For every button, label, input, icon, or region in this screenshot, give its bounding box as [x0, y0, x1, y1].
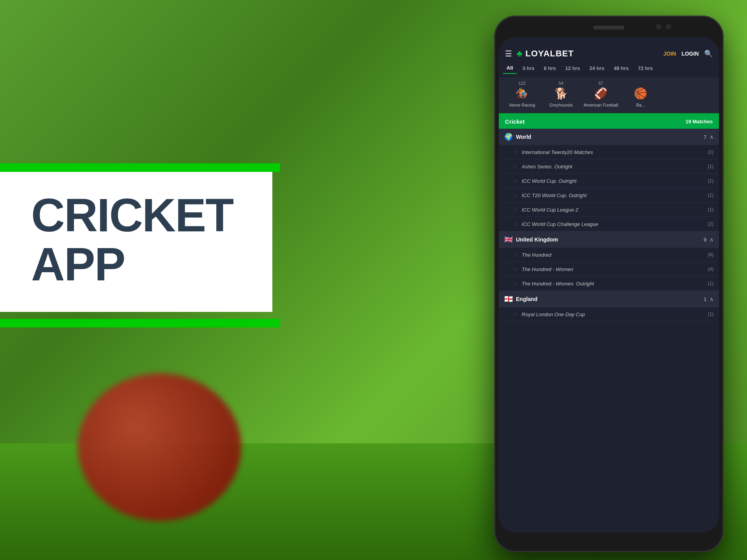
- comp-the-hundred-women-outright-count: (1): [708, 281, 714, 286]
- comp-icc-t20[interactable]: ☆ ICC T20 World Cup. Outright (1): [499, 188, 719, 203]
- cricket-ball-decoration: [78, 373, 241, 521]
- comp-int-t20-left: ☆ International Twenty20 Matches: [513, 149, 593, 155]
- comp-icc-challenge-name: ICC World Cup Challenge League: [522, 221, 598, 227]
- star-icon[interactable]: ☆: [513, 311, 518, 317]
- comp-the-hundred-women-outright-name: The Hundred - Women. Outright: [522, 281, 594, 287]
- region-world-left: 🌍 World: [504, 133, 531, 141]
- england-region-name: England: [516, 296, 537, 302]
- join-button[interactable]: JOIN: [663, 51, 676, 57]
- american-football-icon: 🏈: [594, 87, 608, 100]
- star-icon[interactable]: ☆: [513, 192, 518, 198]
- tab-72hrs[interactable]: 72 hrs: [634, 63, 657, 74]
- basketball-label: Ba...: [636, 102, 645, 108]
- sport-item-horse-racing[interactable]: 122 🏇 Horse Racing: [503, 81, 542, 108]
- basketball-icon: 🏀: [634, 87, 647, 100]
- comp-the-hundred-women-name: The Hundred - Women: [522, 266, 573, 272]
- comp-the-hundred-name: The Hundred: [522, 252, 551, 258]
- england-chevron-icon: ∧: [710, 296, 714, 302]
- logo-container: ♣ LOYALBET: [517, 49, 574, 59]
- star-icon[interactable]: ☆: [513, 206, 518, 213]
- sports-list: 🌍 World 7 ∧ ☆ International Twenty20 Mat…: [499, 129, 719, 533]
- comp-the-hundred[interactable]: ☆ The Hundred (4): [499, 248, 719, 262]
- uk-count: 9: [704, 237, 707, 243]
- comp-the-hundred-women-outright[interactable]: ☆ The Hundred - Women. Outright (1): [499, 276, 719, 291]
- horse-racing-icon: 🏇: [516, 87, 529, 100]
- greyhounds-icon: 🐕: [554, 87, 568, 100]
- comp-icc-wc-left: ☆ ICC World Cup. Outright: [513, 178, 577, 184]
- star-icon[interactable]: ☆: [513, 149, 518, 155]
- horse-racing-label: Horse Racing: [509, 102, 535, 108]
- horse-racing-count: 122: [519, 81, 526, 86]
- tab-6hrs[interactable]: 6 hrs: [540, 63, 560, 74]
- american-football-count: 67: [598, 81, 603, 86]
- green-accent-bottom: [0, 319, 280, 327]
- tab-3hrs[interactable]: 3 hrs: [519, 63, 538, 74]
- comp-icc-challenge-count: (2): [708, 221, 714, 227]
- star-icon[interactable]: ☆: [513, 221, 518, 227]
- comp-icc-league2[interactable]: ☆ ICC World Cup League 2 (1): [499, 203, 719, 217]
- sport-item-american-football[interactable]: 67 🏈 American Football: [580, 81, 621, 108]
- comp-icc-t20-count: (1): [708, 192, 714, 198]
- greyhounds-label: Greyhounds: [549, 102, 573, 108]
- comp-ashes-left: ☆ Ashes Series. Outright: [513, 163, 572, 170]
- comp-the-hundred-women[interactable]: ☆ The Hundred - Women (4): [499, 262, 719, 276]
- tab-24hrs[interactable]: 24 hrs: [586, 63, 608, 74]
- phone-screen: ☰ ♣ LOYALBET JOIN LOGIN 🔍 All: [499, 37, 719, 533]
- star-icon[interactable]: ☆: [513, 178, 518, 184]
- world-count: 7: [704, 134, 707, 140]
- comp-the-hundred-count: (4): [708, 252, 714, 257]
- comp-int-t20-name: International Twenty20 Matches: [522, 149, 593, 155]
- star-icon[interactable]: ☆: [513, 280, 518, 287]
- tab-all[interactable]: All: [503, 63, 517, 74]
- cricket-section-header[interactable]: Cricket 19 Matches: [499, 114, 719, 129]
- phone-device: ☰ ♣ LOYALBET JOIN LOGIN 🔍 All: [494, 16, 724, 552]
- region-world-right: 7 ∧: [704, 134, 714, 140]
- phone-frame: ☰ ♣ LOYALBET JOIN LOGIN 🔍 All: [494, 16, 724, 552]
- phone-camera-right: [666, 24, 671, 30]
- greyhounds-count: 54: [559, 81, 563, 86]
- cricket-match-count: 19 Matches: [686, 119, 713, 124]
- star-icon[interactable]: ☆: [513, 163, 518, 170]
- phone-camera-left: [656, 24, 661, 30]
- comp-royal-london[interactable]: ☆ Royal London One Day Cup (1): [499, 307, 719, 322]
- region-uk[interactable]: 🇬🇧 United Kingdom 9 ∧: [499, 231, 719, 248]
- american-football-label: American Football: [584, 102, 618, 108]
- app-content: ☰ ♣ LOYALBET JOIN LOGIN 🔍 All: [499, 37, 719, 533]
- uk-chevron-icon: ∧: [710, 236, 714, 243]
- comp-icc-challenge[interactable]: ☆ ICC World Cup Challenge League (2): [499, 217, 719, 231]
- region-uk-right: 9 ∧: [704, 236, 714, 243]
- sports-scroll-row: 122 🏇 Horse Racing 54 🐕 Greyhounds 67 🏈 …: [499, 77, 719, 114]
- star-icon[interactable]: ☆: [513, 252, 518, 258]
- sport-item-basketball[interactable]: 🏀 Ba...: [621, 86, 660, 108]
- comp-the-hundred-women-outright-left: ☆ The Hundred - Women. Outright: [513, 280, 594, 287]
- search-icon[interactable]: 🔍: [704, 49, 713, 58]
- time-filter-tabs: All 3 hrs 6 hrs 12 hrs 24 hrs 48 hrs 72 …: [499, 63, 719, 77]
- phone-speaker: [593, 26, 624, 30]
- comp-int-t20-count: (1): [708, 149, 714, 155]
- comp-int-t20[interactable]: ☆ International Twenty20 Matches (1): [499, 145, 719, 159]
- login-button[interactable]: LOGIN: [682, 51, 699, 57]
- tab-48hrs[interactable]: 48 hrs: [610, 63, 632, 74]
- comp-icc-league2-left: ☆ ICC World Cup League 2: [513, 206, 578, 213]
- header-left: ☰ ♣ LOYALBET: [505, 49, 574, 59]
- tab-12hrs[interactable]: 12 hrs: [561, 63, 584, 74]
- hamburger-icon[interactable]: ☰: [505, 50, 512, 58]
- hero-title-line2: APP: [31, 240, 241, 289]
- star-icon[interactable]: ☆: [513, 266, 518, 272]
- hero-title-line1: CRICKET: [31, 191, 241, 240]
- sport-item-greyhounds[interactable]: 54 🐕 Greyhounds: [542, 81, 580, 108]
- comp-icc-wc-count: (1): [708, 178, 714, 184]
- england-flag-icon: 🏴󠁧󠁢󠁥󠁮󠁧󠁿: [504, 295, 513, 303]
- region-england[interactable]: 🏴󠁧󠁢󠁥󠁮󠁧󠁿 England 1 ∧: [499, 291, 719, 307]
- region-world[interactable]: 🌍 World 7 ∧: [499, 129, 719, 145]
- comp-ashes[interactable]: ☆ Ashes Series. Outright (1): [499, 159, 719, 174]
- logo-text: LOYALBET: [525, 49, 574, 59]
- hero-text-block: CRICKET APP: [0, 167, 272, 312]
- comp-the-hundred-women-left: ☆ The Hundred - Women: [513, 266, 573, 272]
- region-uk-left: 🇬🇧 United Kingdom: [504, 235, 558, 244]
- comp-royal-london-left: ☆ Royal London One Day Cup: [513, 311, 585, 317]
- england-count: 1: [704, 296, 707, 302]
- comp-icc-wc[interactable]: ☆ ICC World Cup. Outright (1): [499, 174, 719, 188]
- comp-ashes-name: Ashes Series. Outright: [522, 164, 572, 170]
- comp-royal-london-name: Royal London One Day Cup: [522, 312, 585, 317]
